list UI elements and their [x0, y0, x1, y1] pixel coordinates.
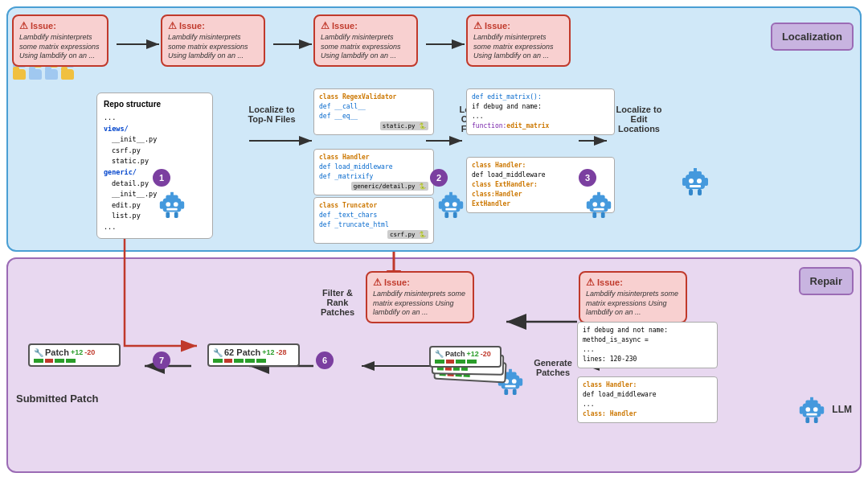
green-bar-4 [256, 359, 266, 363]
robot-3 [583, 189, 612, 218]
folder-12 [61, 69, 74, 80]
diagram-container: Project Codebase ⚠ Issue: Lambdify misin… [0, 0, 868, 481]
step-6-label: Filter &RankPatches [305, 288, 370, 317]
issue-body-1: Lambdify misinterprets some matrix expre… [19, 33, 101, 61]
robot-1 [157, 189, 186, 218]
issue-body-4: Lambdify misinterprets some matrix expre… [473, 33, 563, 61]
green-bar-2 [453, 368, 460, 371]
robot-2 [436, 189, 465, 218]
svg-rect-69 [810, 397, 813, 401]
llm-area: LLM [796, 394, 852, 425]
step-3-circle: 3 [579, 169, 596, 187]
folder-9 [13, 69, 26, 80]
svg-rect-32 [166, 208, 177, 211]
issue-body-6: Lambdify misinterprets some matrix expre… [586, 290, 680, 318]
issue-icon-6: ⚠ [586, 277, 595, 288]
folder-11 [45, 69, 58, 80]
svg-rect-42 [445, 208, 456, 211]
bottom-code-box-1: if debug and not name: method_is_async =… [577, 322, 718, 368]
step-2-circle: 2 [430, 169, 448, 187]
svg-point-50 [592, 202, 597, 207]
side-labels: Localization [771, 23, 854, 51]
diff-bars-6 [213, 359, 294, 363]
svg-point-41 [452, 202, 457, 207]
issue-title-2: ⚠ Issue: [168, 20, 258, 31]
edit-matrix-box: def edit_matrix(): if debug and name: ..… [466, 88, 615, 135]
svg-rect-66 [513, 389, 517, 396]
svg-rect-35 [166, 212, 170, 219]
repair-label-box: Repair [799, 267, 854, 295]
svg-rect-43 [439, 201, 443, 209]
patch-title-6: 🔧 62 Patch +12-28 [213, 347, 294, 357]
issue-body-2: Lambdify misinterprets some matrix expre… [168, 33, 258, 61]
green-bar [435, 360, 444, 364]
red-bar [445, 368, 452, 371]
svg-rect-34 [180, 201, 184, 209]
submitted-patch-title: 🔧 Patch +12-20 [34, 347, 115, 357]
svg-rect-74 [821, 406, 825, 414]
green-bar-2 [55, 359, 64, 363]
issue-title-5: ⚠ Issue: [373, 277, 467, 288]
green-bar-3 [467, 360, 477, 364]
issue-icon-5: ⚠ [373, 277, 382, 288]
step-1-label: Localize toTop-N Files [240, 105, 304, 124]
red-bar [224, 359, 232, 363]
issue-title-3: ⚠ Issue: [321, 20, 411, 31]
step-7-circle: 7 [153, 352, 170, 369]
issue-icon-1: ⚠ [19, 20, 28, 31]
svg-rect-22 [690, 185, 701, 187]
svg-rect-23 [682, 178, 686, 186]
regex-validator-box: class RegexValidator def __call__ def __… [313, 88, 434, 135]
issue-card-4: ⚠ Issue: Lambdify misinterprets some mat… [466, 14, 571, 67]
svg-point-31 [174, 202, 178, 207]
svg-rect-39 [449, 192, 452, 196]
submitted-patch-label: Submitted Patch [16, 393, 99, 405]
svg-point-61 [512, 379, 517, 384]
issue-body-3: Lambdify misinterprets some matrix expre… [321, 33, 411, 61]
step-3-label: Localize toEditLocations [603, 105, 675, 134]
patch-card-5a: 🔧 Patch +12-20 [429, 346, 502, 368]
svg-rect-24 [704, 178, 708, 186]
svg-rect-65 [504, 389, 508, 396]
svg-rect-56 [601, 212, 605, 219]
svg-rect-54 [607, 201, 611, 209]
bottom-code-box-2: class Handler: def load_middleware ... c… [577, 376, 718, 423]
green-bar-3 [245, 359, 255, 363]
svg-rect-52 [593, 208, 604, 211]
svg-rect-62 [505, 385, 515, 388]
submitted-patch-card: 🔧 Patch +12-20 [28, 343, 121, 367]
diff-bars-5b [437, 367, 498, 371]
diff-bars-5a [435, 360, 496, 364]
robot-llm [796, 394, 827, 425]
patch-label-6: 62 Patch [224, 347, 260, 357]
green-bar-2 [234, 359, 244, 363]
handler-box: class Handler def load_middleware def _m… [313, 149, 434, 195]
svg-rect-73 [800, 406, 804, 414]
green-bar-3 [461, 368, 468, 371]
llm-label: LLM [832, 404, 852, 415]
green-bar [213, 359, 223, 363]
svg-rect-26 [698, 189, 702, 195]
issue-body-5: Lambdify misinterprets some matrix expre… [373, 290, 467, 318]
red-bar [446, 360, 454, 364]
issue-title-6: ⚠ Issue: [586, 277, 680, 288]
green-bar-2 [456, 360, 465, 364]
svg-point-71 [813, 407, 818, 412]
issue-icon-4: ⚠ [473, 20, 482, 31]
side-labels-bottom: Repair [799, 267, 854, 303]
svg-rect-33 [160, 201, 164, 209]
folder-10 [29, 69, 42, 80]
svg-rect-53 [587, 201, 591, 209]
svg-rect-46 [453, 212, 457, 219]
svg-point-40 [444, 202, 449, 207]
step-6-circle: 6 [316, 352, 334, 369]
issue-card-1: ⚠ Issue: Lambdify misinterprets some mat… [12, 14, 108, 67]
repo-structure-box: Repo structure ... views/ __init__.py cs… [96, 92, 213, 239]
patch-card-6: 🔧 62 Patch +12-28 [207, 343, 300, 367]
robot-4 [679, 165, 708, 194]
step-1-circle: 1 [153, 169, 170, 187]
issue-card-2: ⚠ Issue: Lambdify misinterprets some mat… [161, 14, 265, 67]
green-bar [34, 359, 43, 363]
green-bar-3 [66, 359, 76, 363]
issue-title-1: ⚠ Issue: [19, 20, 101, 31]
